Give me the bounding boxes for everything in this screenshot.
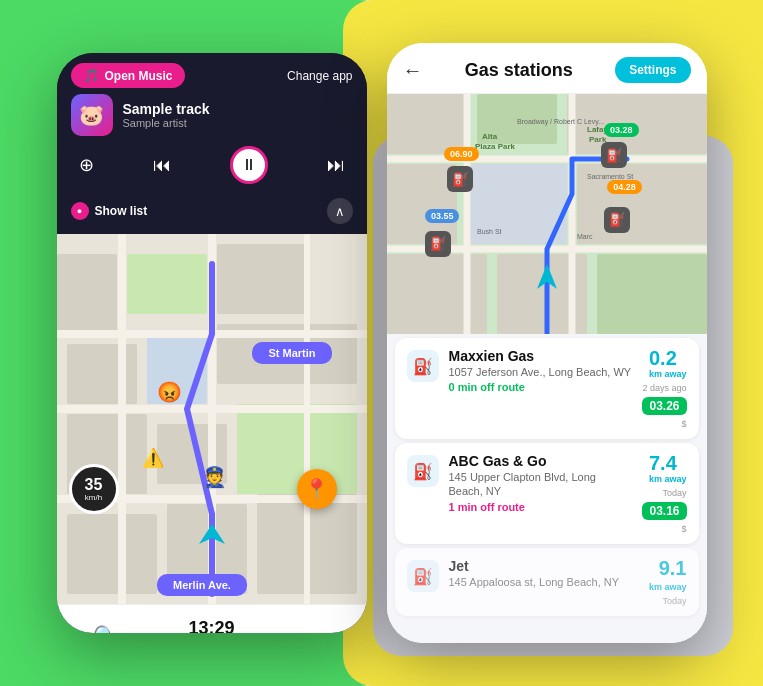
gas-km: km away [649, 582, 687, 592]
car-nav-item[interactable]: 🚗 [305, 624, 330, 634]
gas-map-icon-2: ⛽ [601, 142, 627, 168]
gas-distance: 7.4 [649, 452, 677, 474]
svg-rect-36 [597, 254, 707, 334]
header-title: Gas stations [433, 60, 606, 81]
gas-distance: 0.2 [649, 347, 677, 369]
search-icon: 🔍 [93, 624, 118, 634]
svg-rect-2 [127, 254, 207, 314]
right-phone: ← Gas stations Settings [387, 43, 707, 643]
gas-km: km away [649, 474, 687, 484]
svg-rect-10 [67, 514, 157, 594]
map-area-right: Broadway / Robert C Levy... Sacramento S… [387, 94, 707, 334]
speed-number: 35 [85, 477, 103, 493]
back-button[interactable]: ← [403, 59, 423, 82]
svg-text:Merlin Ave.: Merlin Ave. [173, 579, 231, 591]
gas-price-badge: 03.16 [642, 502, 686, 520]
svg-text:Bush St: Bush St [477, 228, 502, 235]
track-artist: Sample artist [123, 117, 353, 129]
play-pause-button[interactable]: ⏸ [230, 146, 268, 184]
gas-route-text: 0 min off route [449, 381, 633, 393]
speed-unit: km/h [85, 493, 102, 502]
gas-station-icon: ⛽ [407, 560, 439, 592]
gas-route-text: 1 min off route [449, 501, 633, 513]
gas-time-ago: 2 days ago [642, 383, 686, 393]
gas-distance: 9.1 [659, 558, 687, 578]
svg-text:😡: 😡 [157, 380, 182, 404]
gas-km: km away [649, 369, 687, 379]
gas-station-icon: ⛽ [407, 350, 439, 382]
gas-station-right: 0.2 km away 2 days ago 03.26 $ [642, 348, 686, 429]
track-info: Sample track Sample artist [123, 101, 353, 129]
gas-station-icon: ⛽ [407, 455, 439, 487]
music-controls: ⊕ ⏮ ⏸ ⏭ [71, 142, 353, 188]
nav-time: 13:29 [188, 618, 234, 633]
svg-rect-1 [57, 254, 117, 334]
open-music-button[interactable]: 🎵 Open Music [71, 63, 185, 88]
location-pin[interactable]: 📍 [297, 469, 337, 509]
waze-dot: ● [71, 202, 89, 220]
gas-map-icon-1: ⛽ [447, 166, 473, 192]
svg-rect-3 [217, 244, 307, 314]
price-tag-1: 06.90 [444, 147, 479, 161]
gas-station-right: 9.1 km away Today [649, 558, 687, 606]
gas-station-name: Maxxien Gas [449, 348, 633, 364]
show-list-row: ● Show list ∧ [71, 194, 353, 226]
price-tag-3: 03.55 [425, 209, 460, 223]
music-icon: 🎵 [83, 68, 99, 83]
svg-text:⚠️: ⚠️ [142, 447, 165, 469]
gas-station-list: ⛽ Maxxien Gas 1057 Jeferson Ave., Long B… [387, 334, 707, 643]
speed-badge: 35 km/h [69, 464, 119, 514]
gas-station-info: ABC Gas & Go 145 Upper Clapton Blvd, Lon… [449, 453, 633, 513]
price-tag-4: 04.28 [607, 180, 642, 194]
gas-time-ago: Today [662, 488, 686, 498]
svg-rect-28 [387, 94, 467, 154]
music-bar: 🎵 Open Music Change app 🐷 Sample track S… [57, 53, 367, 234]
gas-station-name: ABC Gas & Go [449, 453, 633, 469]
right-phone-header: ← Gas stations Settings [387, 43, 707, 94]
gas-station-right: 7.4 km away Today 03.16 $ [642, 453, 686, 534]
gas-map-icon-4: ⛽ [604, 207, 630, 233]
add-button[interactable]: ⊕ [79, 154, 94, 176]
search-nav-item[interactable]: 🔍 [93, 624, 118, 634]
gas-station-item[interactable]: ⛽ Maxxien Gas 1057 Jeferson Ave., Long B… [395, 338, 699, 439]
chevron-up-button[interactable]: ∧ [327, 198, 353, 224]
gas-station-address: 145 Upper Clapton Blvd, Long Beach, NY [449, 470, 633, 499]
nav-time-block: 13:29 48 min ⟹ 20 km [171, 618, 251, 633]
phones-container: 🎵 Open Music Change app 🐷 Sample track S… [57, 43, 707, 643]
svg-text:Sacramento St: Sacramento St [587, 173, 633, 180]
svg-text:👮: 👮 [202, 465, 227, 489]
svg-text:Marc: Marc [577, 233, 593, 240]
left-phone: 🎵 Open Music Change app 🐷 Sample track S… [57, 53, 367, 633]
svg-rect-9 [237, 404, 357, 494]
album-art: 🐷 [71, 94, 113, 136]
svg-text:Plaza Park: Plaza Park [475, 142, 516, 151]
gas-station-address: 145 Appaloosa st, Long Beach, NY [449, 575, 639, 589]
next-button[interactable]: ⏭ [327, 155, 345, 176]
svg-rect-34 [387, 254, 487, 334]
svg-rect-4 [67, 344, 137, 404]
gas-station-info: Maxxien Gas 1057 Jeferson Ave., Long Bea… [449, 348, 633, 393]
open-music-label: Open Music [105, 69, 173, 83]
prev-button[interactable]: ⏮ [153, 155, 171, 176]
map-area-left: 😡 👮 ⚠️ St Martin Merlin Ave. 35 km/h 📍 [57, 234, 367, 604]
gas-map-icon-3: ⛽ [425, 231, 451, 257]
gas-station-name: Jet [449, 558, 639, 574]
gas-station-address: 1057 Jeferson Ave., Long Beach, WY [449, 365, 633, 379]
svg-text:St Martin: St Martin [268, 347, 315, 359]
show-list-label: Show list [95, 204, 148, 218]
gas-station-item[interactable]: ⛽ Jet 145 Appaloosa st, Long Beach, NY 9… [395, 548, 699, 616]
change-app-button[interactable]: Change app [287, 69, 352, 83]
settings-button[interactable]: Settings [615, 57, 690, 83]
price-tag-2: 03.28 [604, 123, 639, 137]
map-svg-left: 😡 👮 ⚠️ St Martin Merlin Ave. [57, 234, 367, 604]
track-title: Sample track [123, 101, 353, 117]
bottom-nav-left: 🔍 13:29 48 min ⟹ 20 km 🚗 [57, 604, 367, 633]
car-icon: 🚗 [305, 624, 330, 634]
gas-price-badge: 03.26 [642, 397, 686, 415]
gas-station-info: Jet 145 Appaloosa st, Long Beach, NY [449, 558, 639, 589]
gas-time-ago: Today [662, 596, 686, 606]
gas-station-item[interactable]: ⛽ ABC Gas & Go 145 Upper Clapton Blvd, L… [395, 443, 699, 544]
svg-text:Alta: Alta [482, 132, 498, 141]
